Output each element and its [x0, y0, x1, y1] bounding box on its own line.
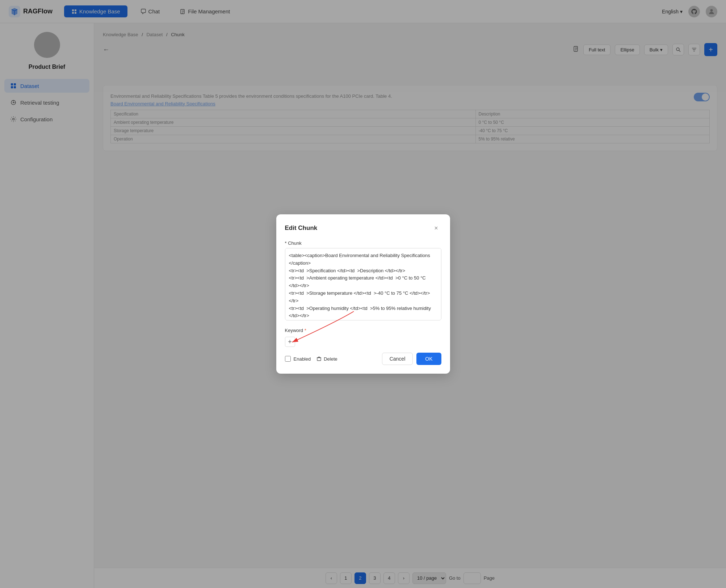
delete-button[interactable]: Delete — [316, 356, 337, 362]
keyword-label: Keyword * — [285, 328, 441, 333]
trash-icon — [316, 356, 322, 361]
modal-header: Edit Chunk × — [285, 223, 441, 233]
chunk-required-marker: * — [285, 240, 288, 246]
chunk-label-text: Chunk — [288, 240, 302, 246]
enabled-label: Enabled — [294, 356, 311, 362]
add-keyword-button[interactable]: + — [285, 337, 295, 347]
enabled-checkbox[interactable] — [285, 356, 291, 362]
edit-chunk-modal: Edit Chunk × * Chunk <table><caption>Boa… — [276, 214, 450, 374]
modal-overlay: Edit Chunk × * Chunk <table><caption>Boa… — [0, 0, 726, 588]
modal-title: Edit Chunk — [285, 224, 318, 232]
cancel-button[interactable]: Cancel — [382, 353, 413, 365]
enabled-area: Enabled — [285, 356, 311, 362]
svg-rect-23 — [317, 358, 321, 361]
ok-button[interactable]: OK — [416, 353, 441, 365]
modal-footer: Enabled Delete Cancel OK — [285, 353, 441, 365]
chunk-textarea-wrapper: <table><caption>Board Environmental and … — [285, 248, 441, 322]
chunk-field-label: * Chunk — [285, 240, 441, 246]
modal-actions: Cancel OK — [382, 353, 441, 365]
chunk-textarea[interactable]: <table><caption>Board Environmental and … — [285, 248, 441, 320]
keyword-area: + — [285, 337, 441, 347]
modal-close-button[interactable]: × — [431, 223, 441, 233]
delete-label: Delete — [324, 356, 337, 362]
